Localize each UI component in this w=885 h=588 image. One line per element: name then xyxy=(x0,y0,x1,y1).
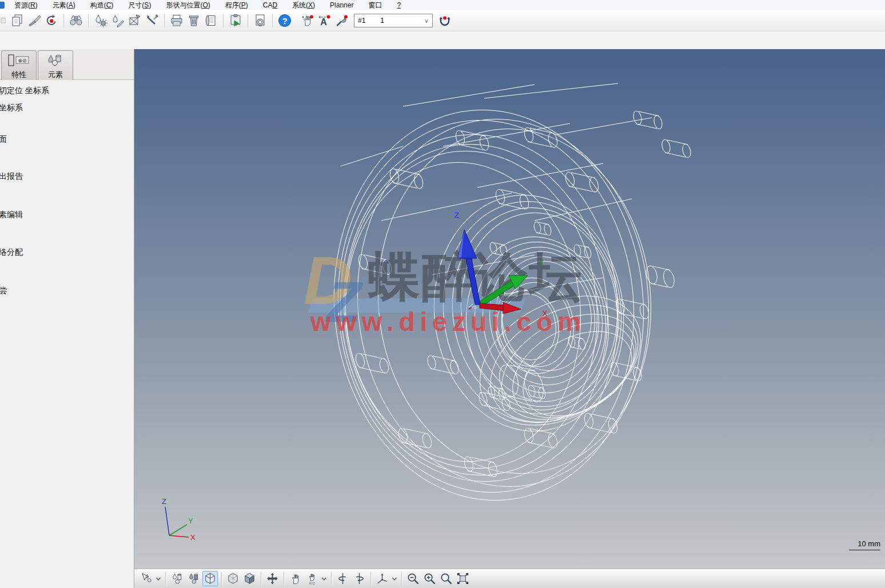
panel-item-1[interactable]: 坐标系 xyxy=(0,103,23,113)
panel-item-4[interactable]: 素编辑 xyxy=(0,210,23,220)
move-hand-button[interactable] xyxy=(288,571,303,586)
rotate-about-axis-button[interactable] xyxy=(374,571,390,586)
toolbar-divider xyxy=(261,572,261,586)
help-button[interactable]: ? xyxy=(277,13,293,29)
probe-value: 1 xyxy=(365,17,421,25)
menu-item-9[interactable]: 窗口 xyxy=(361,1,389,10)
pan-view-button[interactable] xyxy=(265,571,280,586)
toolbar-divider xyxy=(401,572,402,586)
menu-item-1[interactable]: 元素(A) xyxy=(45,1,83,10)
text-probe-icon: A xyxy=(318,14,332,27)
text-probe-button[interactable]: A xyxy=(317,13,333,29)
elements-outline-icon xyxy=(170,572,184,585)
rotate-about-axis-icon xyxy=(376,572,389,585)
triad-label-z: Z xyxy=(162,497,166,506)
chevron-down-icon[interactable]: ∨ xyxy=(421,18,432,24)
panel-item-list: 切定位 坐标系坐标系面出报告素编辑络分配尝 xyxy=(0,80,134,587)
axis-label-x: X xyxy=(543,310,547,318)
format-brush-button[interactable] xyxy=(26,13,42,29)
feature-edit-icon xyxy=(111,14,125,27)
select-elements-button[interactable] xyxy=(138,571,154,586)
menu-item-4[interactable]: 形状与位置(O) xyxy=(158,1,217,10)
zoom-out-button[interactable] xyxy=(405,571,421,586)
menu-bar: 资源(R)元素(A)构造(C)尺寸(S)形状与位置(O)程序(P)CAD系统(X… xyxy=(0,0,885,10)
tab-elements[interactable]: 元素 xyxy=(38,50,73,80)
probe-selector-combobox[interactable]: #11∨ xyxy=(354,14,433,27)
delete-button[interactable] xyxy=(186,13,202,29)
rotate-view-left-button[interactable] xyxy=(335,571,350,586)
chevron-down-icon[interactable] xyxy=(320,571,328,586)
rotate-view-right-button[interactable] xyxy=(352,571,367,586)
reset-run-button[interactable] xyxy=(43,13,59,29)
menu-item-2[interactable]: 构造(C) xyxy=(83,1,121,10)
menu-item-10[interactable]: ? xyxy=(389,1,408,9)
tools-button[interactable] xyxy=(144,13,160,29)
toolbar-divider xyxy=(370,572,371,586)
menu-item-3[interactable]: 尺寸(S) xyxy=(121,1,158,10)
chevron-down-icon[interactable] xyxy=(390,571,398,586)
panel-item-5[interactable]: 络分配 xyxy=(0,247,23,258)
panel-item-2[interactable]: 面 xyxy=(0,134,7,145)
select-elements-icon xyxy=(139,572,153,585)
probe-tools-button[interactable] xyxy=(334,13,350,29)
panel-item-3[interactable]: 出报告 xyxy=(0,171,23,182)
copy-icon xyxy=(10,14,24,27)
svg-text:?: ? xyxy=(282,16,287,26)
menu-item-5[interactable]: 程序(P) xyxy=(218,1,256,10)
manual-probe-hand-icon xyxy=(301,14,314,27)
panel-item-0[interactable]: 切定位 坐标系 xyxy=(0,86,49,96)
discard-features-button[interactable] xyxy=(127,13,143,29)
toolbar-divider xyxy=(164,14,165,27)
move-hand-xyz-button[interactable]: XYZ xyxy=(304,571,320,586)
view-solid-button[interactable] xyxy=(242,571,257,586)
move-hand-xyz-icon: XYZ xyxy=(305,572,318,585)
zoom-window-button[interactable] xyxy=(438,571,454,586)
certificate-view-button[interactable] xyxy=(252,13,268,29)
zoom-fit-button[interactable] xyxy=(455,571,471,586)
view-hidden-line-icon xyxy=(226,572,240,585)
axis-label-z: Z xyxy=(455,211,459,219)
print-button[interactable] xyxy=(169,13,185,29)
rotate-view-right-icon xyxy=(353,572,366,585)
elements-outline-button[interactable] xyxy=(169,571,185,586)
panel-tabs: ⊕⊘特性元素 xyxy=(0,49,134,80)
probe-return-button[interactable] xyxy=(437,13,453,29)
cad-viewport[interactable]: D Z 蝶醉论坛 www.diezui.com Z Y X xyxy=(134,49,885,569)
toolbar-divider xyxy=(284,572,284,586)
toolbar-divider xyxy=(272,14,273,27)
panel-item-6[interactable]: 尝 xyxy=(0,286,7,296)
application-window: 资源(R)元素(A)构造(C)尺寸(S)形状与位置(O)程序(P)CAD系统(X… xyxy=(0,0,885,588)
scale-label: 10 mm xyxy=(858,539,880,548)
manual-probe-hand-button[interactable] xyxy=(300,13,316,29)
run-program-button[interactable] xyxy=(228,13,244,29)
search-binoculars-button[interactable] xyxy=(68,13,84,29)
zoom-in-icon xyxy=(423,572,436,585)
menu-item-8[interactable]: Planner xyxy=(322,1,361,9)
left-panel: ⊕⊘特性元素 切定位 坐标系坐标系面出报告素编辑络分配尝 xyxy=(0,49,134,588)
paste-partial-button[interactable] xyxy=(0,13,8,29)
copy-button[interactable] xyxy=(9,13,25,29)
view-wireframe-button[interactable] xyxy=(202,571,218,586)
pan-view-icon xyxy=(266,572,279,585)
menu-item-0[interactable]: 资源(R) xyxy=(7,1,45,10)
run-program-icon xyxy=(229,14,242,27)
feature-edit-button[interactable] xyxy=(110,13,126,29)
zoom-fit-icon xyxy=(456,572,469,585)
zoom-in-button[interactable] xyxy=(422,571,437,586)
toolbar-divider xyxy=(165,572,166,586)
zoom-out-icon xyxy=(406,572,420,585)
triad-label-x: X xyxy=(190,533,196,542)
tab-characteristics[interactable]: ⊕⊘特性 xyxy=(1,50,37,80)
elements-solid-button[interactable] xyxy=(186,571,201,586)
feature-settings-button[interactable] xyxy=(93,13,109,29)
view-hidden-line-button[interactable] xyxy=(225,571,241,586)
report-scroll-button[interactable] xyxy=(203,13,219,29)
feature-settings-icon xyxy=(94,14,107,27)
chevron-down-icon[interactable] xyxy=(154,571,162,586)
toolbar-sub-strip xyxy=(0,32,885,49)
menu-item-6[interactable]: CAD xyxy=(256,1,285,9)
probe-return-icon xyxy=(438,14,452,27)
tab-label: 元素 xyxy=(48,70,63,80)
search-binoculars-icon xyxy=(69,14,83,27)
menu-item-7[interactable]: 系统(X) xyxy=(285,1,322,10)
